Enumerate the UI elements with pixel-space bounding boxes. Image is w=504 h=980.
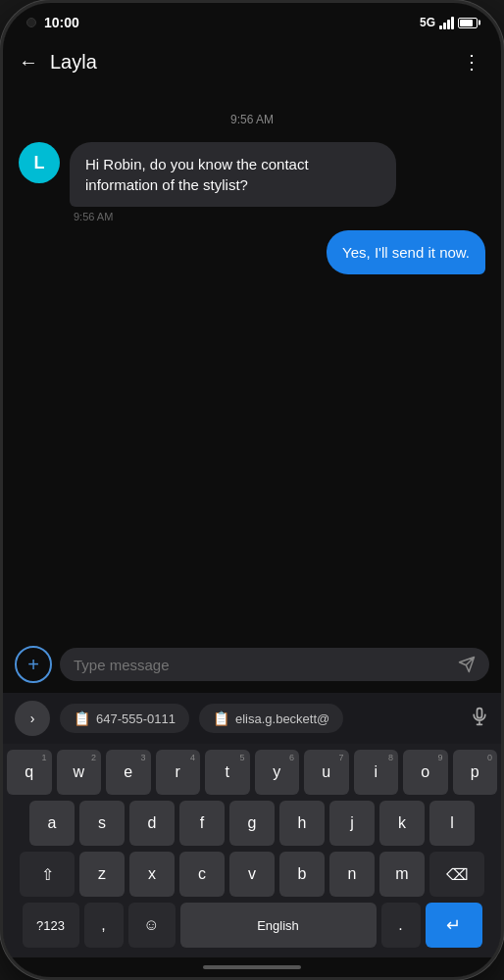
key-p[interactable]: 0p: [453, 750, 498, 795]
key-s[interactable]: s: [79, 801, 125, 846]
key-d[interactable]: d: [129, 801, 175, 846]
send-button[interactable]: [458, 656, 476, 673]
key-k[interactable]: k: [379, 801, 425, 846]
key-num-toggle[interactable]: ?123: [23, 903, 79, 948]
status-bar: 10:00 5G: [3, 3, 501, 38]
header-left: ← Layla: [19, 51, 97, 74]
keyboard: 1q 2w 3e 4r 5t 6y 7u 8i 9o 0p a s d f g …: [3, 744, 501, 957]
key-n[interactable]: n: [329, 852, 375, 897]
battery-icon: [458, 18, 478, 28]
incoming-message-content: Hi Robin, do you know the contact inform…: [70, 142, 396, 222]
key-o[interactable]: 9o: [403, 750, 448, 795]
outgoing-message-row: Yes, I'll send it now.: [19, 230, 485, 274]
key-period[interactable]: .: [381, 903, 421, 948]
message-input[interactable]: [74, 657, 450, 673]
key-a[interactable]: a: [29, 801, 75, 846]
chat-area: 9:56 AM L Hi Robin, do you know the cont…: [3, 89, 501, 638]
phone-suggestion-chip[interactable]: 📋 647-555-0111: [60, 704, 189, 733]
status-time: 10:00: [44, 15, 79, 30]
message-input-wrapper: [60, 648, 489, 681]
outgoing-bubble: Yes, I'll send it now.: [327, 230, 485, 274]
keyboard-row-1: 1q 2w 3e 4r 5t 6y 7u 8i 9o 0p: [7, 750, 497, 795]
key-e[interactable]: 3e: [106, 750, 151, 795]
mic-button[interactable]: [470, 707, 489, 731]
keyboard-bottom-row: ?123 , ☺ English . ↵: [7, 903, 497, 948]
network-indicator: 5G: [420, 16, 435, 29]
status-bar-left: 10:00: [26, 15, 79, 30]
key-space[interactable]: English: [180, 903, 377, 948]
key-m[interactable]: m: [379, 852, 425, 897]
key-l[interactable]: l: [429, 801, 475, 846]
key-x[interactable]: x: [129, 852, 175, 897]
keyboard-row-2: a s d f g h j k l: [7, 801, 497, 846]
key-f[interactable]: f: [179, 801, 225, 846]
key-j[interactable]: j: [329, 801, 375, 846]
key-v[interactable]: v: [229, 852, 275, 897]
incoming-time: 9:56 AM: [70, 211, 396, 222]
phone-chip-label: 647-555-0111: [96, 711, 176, 726]
status-icons: 5G: [420, 16, 478, 29]
key-t[interactable]: 5t: [205, 750, 250, 795]
key-r[interactable]: 4r: [156, 750, 201, 795]
add-button[interactable]: +: [15, 646, 52, 683]
key-shift[interactable]: ⇧: [20, 852, 75, 897]
incoming-message-row: L Hi Robin, do you know the contact info…: [19, 142, 485, 222]
key-c[interactable]: c: [179, 852, 225, 897]
key-emoji[interactable]: ☺: [128, 903, 176, 948]
incoming-bubble: Hi Robin, do you know the contact inform…: [70, 142, 396, 207]
key-enter[interactable]: ↵: [426, 903, 482, 948]
suggestions-bar: › 📋 647-555-0111 📋 elisa.g.beckett@: [3, 693, 501, 744]
phone-frame: 10:00 5G ← Layla ⋮ 9:56 AM L: [0, 0, 504, 980]
key-i[interactable]: 8i: [354, 750, 399, 795]
key-u[interactable]: 7u: [304, 750, 349, 795]
key-h[interactable]: h: [279, 801, 325, 846]
timestamp-label: 9:56 AM: [19, 113, 485, 126]
home-bar: [203, 965, 301, 969]
email-chip-icon: 📋: [213, 710, 229, 726]
email-suggestion-chip[interactable]: 📋 elisa.g.beckett@: [199, 704, 343, 733]
signal-icon: [439, 16, 454, 29]
key-w[interactable]: 2w: [57, 750, 102, 795]
app-header: ← Layla ⋮: [3, 38, 501, 89]
avatar: L: [19, 142, 60, 183]
key-b[interactable]: b: [279, 852, 325, 897]
chevron-button[interactable]: ›: [15, 701, 50, 736]
back-button[interactable]: ←: [19, 51, 38, 74]
more-options-button[interactable]: ⋮: [458, 46, 485, 77]
svg-rect-0: [478, 708, 482, 717]
keyboard-row-3: ⇧ z x c v b n m ⌫: [7, 852, 497, 897]
input-area: +: [3, 638, 501, 693]
email-chip-label: elisa.g.beckett@: [235, 711, 329, 726]
key-y[interactable]: 6y: [255, 750, 300, 795]
key-backspace[interactable]: ⌫: [429, 852, 484, 897]
key-g[interactable]: g: [229, 801, 275, 846]
camera-dot: [26, 18, 36, 27]
key-z[interactable]: z: [79, 852, 125, 897]
outgoing-message-content: Yes, I'll send it now.: [327, 230, 485, 274]
home-indicator: [3, 957, 501, 977]
contact-name: Layla: [50, 51, 97, 74]
key-q[interactable]: 1q: [7, 750, 52, 795]
key-comma[interactable]: ,: [84, 903, 124, 948]
phone-chip-icon: 📋: [74, 710, 90, 726]
